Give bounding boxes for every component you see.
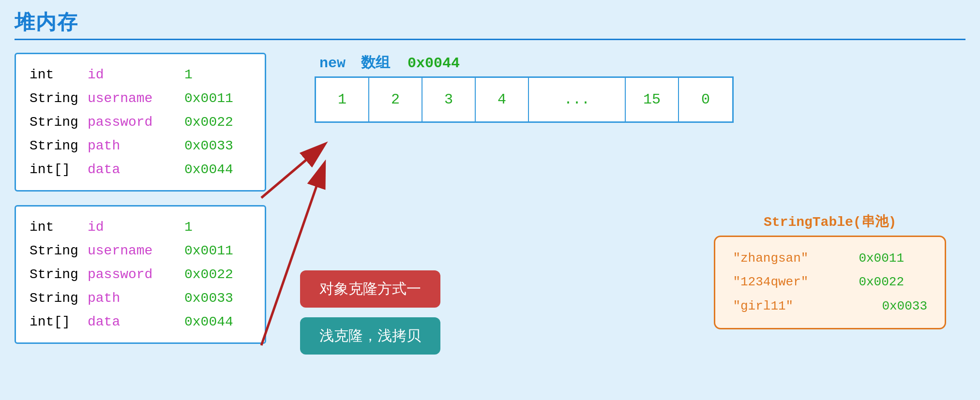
obj2-type-1: String (30, 239, 88, 263)
st-addr-1: 0x0022 (859, 270, 904, 294)
obj1-field-1: username (88, 87, 184, 110)
obj2-val-4: 0x0044 (184, 310, 233, 334)
array-cell-5: 15 (626, 78, 679, 121)
obj2-row-1: String username 0x0011 (30, 239, 251, 263)
array-label: new 数组 0x0044 (319, 53, 460, 73)
obj2-field-2: password (88, 263, 184, 286)
obj1-field-4: data (88, 158, 184, 181)
obj1-row-2: String password 0x0022 (30, 110, 251, 134)
btn-shallow-clone[interactable]: 浅克隆，浅拷贝 (300, 317, 440, 355)
array-cell-0: 1 (316, 78, 369, 121)
st-addr-0: 0x0011 (859, 247, 904, 270)
st-str-0: "zhangsan" (733, 247, 849, 270)
page-container: 堆内存 int id 1 String username 0x0011 Stri… (0, 0, 980, 400)
obj1-row-1: String username 0x0011 (30, 87, 251, 110)
obj1-field-2: password (88, 110, 184, 134)
st-row-2: "girl11" 0x0033 (733, 295, 927, 318)
st-row-0: "zhangsan" 0x0011 (733, 247, 927, 270)
array-new-keyword: new (319, 55, 346, 72)
string-table-title: StringTable(串池) (764, 212, 896, 231)
obj1-row-4: int[] data 0x0044 (30, 158, 251, 181)
array-cells: 1 2 3 4 ... 15 0 (315, 76, 734, 123)
obj2-val-3: 0x0033 (184, 286, 233, 310)
main-area: int id 1 String username 0x0011 String p… (15, 48, 965, 396)
obj2-type-0: int (30, 215, 88, 239)
obj2-field-3: path (88, 286, 184, 310)
obj1-field-0: id (88, 63, 184, 87)
obj1-type-1: String (30, 87, 88, 110)
obj1-type-3: String (30, 134, 88, 158)
st-str-1: "1234qwer" (733, 270, 849, 294)
array-cell-4: ... (529, 78, 626, 121)
obj2-row-0: int id 1 (30, 215, 251, 239)
object-box-1: int id 1 String username 0x0011 String p… (15, 53, 266, 192)
btn-clone-method-one[interactable]: 对象克隆方式一 (300, 270, 440, 308)
obj2-row-3: String path 0x0033 (30, 286, 251, 310)
array-addr-label: 0x0044 (407, 55, 460, 72)
obj1-val-1: 0x0011 (184, 87, 233, 110)
page-title: 堆内存 (15, 9, 965, 40)
left-column: int id 1 String username 0x0011 String p… (15, 48, 266, 396)
obj1-field-3: path (88, 134, 184, 158)
array-section: new 数组 0x0044 1 2 3 4 ... 15 0 (315, 53, 734, 123)
obj2-val-2: 0x0022 (184, 263, 233, 286)
array-cell-6: 0 (679, 78, 732, 121)
array-cell-2: 3 (422, 78, 476, 121)
obj1-type-4: int[] (30, 158, 88, 181)
array-group-label: 数组 (361, 55, 390, 72)
obj1-val-3: 0x0033 (184, 134, 233, 158)
arrow-obj1-to-array (261, 145, 324, 198)
obj1-row-3: String path 0x0033 (30, 134, 251, 158)
obj1-val-2: 0x0022 (184, 110, 233, 134)
array-cell-1: 2 (369, 78, 422, 121)
st-str-2: "girl11" (733, 295, 849, 318)
obj2-type-4: int[] (30, 310, 88, 334)
obj2-type-3: String (30, 286, 88, 310)
string-table-box: "zhangsan" 0x0011 "1234qwer" 0x0022 "gir… (714, 236, 946, 329)
obj2-val-1: 0x0011 (184, 239, 233, 263)
obj1-val-4: 0x0044 (184, 158, 233, 181)
obj2-row-4: int[] data 0x0044 (30, 310, 251, 334)
obj1-val-0: 1 (184, 63, 193, 87)
obj2-val-0: 1 (184, 215, 193, 239)
object-box-2: int id 1 String username 0x0011 String p… (15, 205, 266, 344)
obj1-type-2: String (30, 110, 88, 134)
st-row-1: "1234qwer" 0x0022 (733, 270, 927, 294)
obj1-type-0: int (30, 63, 88, 87)
string-table-section: StringTable(串池) "zhangsan" 0x0011 "1234q… (714, 212, 946, 329)
button-group: 对象克隆方式一 浅克隆，浅拷贝 (300, 270, 440, 355)
obj2-type-2: String (30, 263, 88, 286)
obj1-row-0: int id 1 (30, 63, 251, 87)
obj2-field-0: id (88, 215, 184, 239)
obj2-field-1: username (88, 239, 184, 263)
st-addr-2: 0x0033 (882, 295, 927, 318)
array-cell-3: 4 (476, 78, 529, 121)
obj2-row-2: String password 0x0022 (30, 263, 251, 286)
obj2-field-4: data (88, 310, 184, 334)
